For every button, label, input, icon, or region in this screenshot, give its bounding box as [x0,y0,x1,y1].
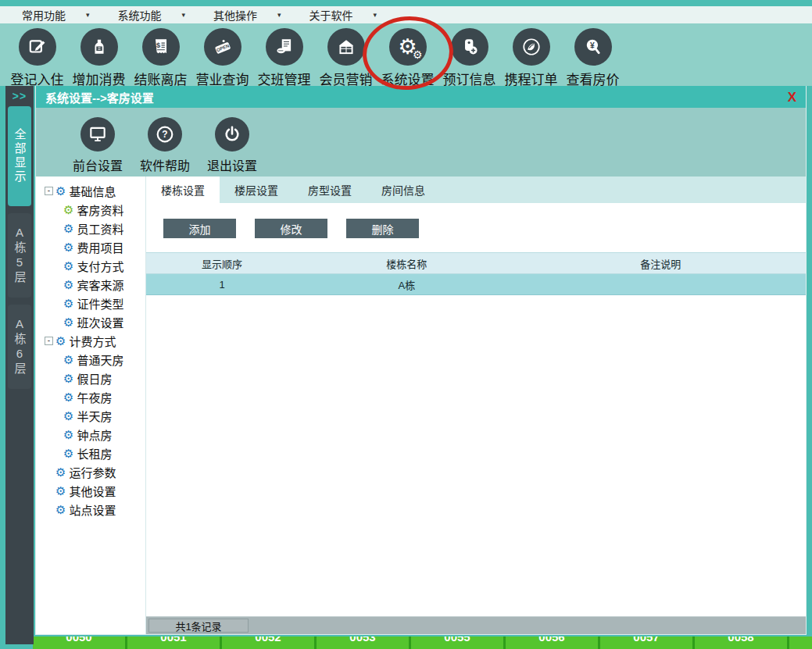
menu-bar: 常用功能▾系统功能▾其他操作▾关于软件▾ [0,6,812,23]
room-tile[interactable]: 0058 [695,637,789,649]
tree-item-label: 钟点房 [77,426,112,443]
tree-item-label: 客房资料 [77,201,123,218]
dialog-toolbar-button-软件帮助[interactable]: ?软件帮助 [131,108,199,174]
tree-collapse-icon[interactable]: - [45,337,53,345]
room-tile[interactable]: 0051 [127,637,222,649]
room-number: 0055 [411,637,503,644]
close-icon[interactable]: X [788,91,796,104]
gear-icon: ⚙ [63,260,73,272]
gear-icon: ⚙ [63,373,73,384]
toolbar-button-交班管理[interactable]: 交班管理 [253,23,315,88]
toolbar-button-携程订单[interactable]: 携程订单 [500,23,562,88]
tab-楼层设置[interactable]: 楼层设置 [220,177,293,203]
svg-text:$: $ [156,41,159,49]
tab-房间信息[interactable]: 房间信息 [367,177,440,203]
tree-item-其他设置[interactable]: ⚙其他设置 [45,481,145,500]
toolbar-button-登记入住[interactable]: 登记入住 [6,23,68,88]
room-tile[interactable]: 0050 [33,637,127,649]
room-tile[interactable]: 0056 [506,637,600,649]
room-grid-strip: 005000510052005300550056005700580 [0,637,812,649]
action-button-修改[interactable]: 修改 [255,219,327,238]
tree-item-站点设置[interactable]: ⚙站点设置 [45,500,145,519]
tree-item-label: 午夜房 [77,389,112,405]
tree-item-半天房[interactable]: ⚙半天房 [45,406,145,425]
sidebar-expand-button[interactable]: >> [5,86,34,106]
tree-item-班次设置[interactable]: ⚙班次设置 [45,312,145,331]
tree-item-普通天房[interactable]: ⚙普通天房 [45,350,145,369]
room-tile[interactable]: 0057 [600,637,695,649]
toolbar-button-结账离店[interactable]: $结账离店 [130,23,191,88]
dialog-toolbar: 前台设置?软件帮助退出设置 [36,108,806,177]
tree-item-客房资料[interactable]: ⚙客房资料 [45,200,145,219]
svg-text:¥: ¥ [590,41,595,50]
add-consume-icon [80,28,118,66]
tree-item-label: 普通天房 [77,351,123,368]
menu-关于软件[interactable]: 关于软件▾ [309,7,377,23]
tree-item-证件类型[interactable]: ⚙证件类型 [45,294,145,312]
chevron-down-icon: ▾ [277,11,281,19]
menu-label: 系统功能 [118,7,162,23]
dialog-toolbar-button-退出设置[interactable]: 退出设置 [199,108,266,174]
tree-item-午夜房[interactable]: ⚙午夜房 [45,387,145,406]
room-tile[interactable]: 0055 [411,637,506,649]
tree-item-label: 假日房 [77,370,112,387]
toolbar-button-会员营销[interactable]: 会员营销 [315,23,377,88]
tree-item-宾客来源[interactable]: ⚙宾客来源 [45,275,145,294]
floor-sidebar: >> 全部显示A栋5层A栋6层 [5,86,34,644]
chevron-down-icon: ▾ [86,11,90,19]
business-query-icon: OPEN [204,28,241,66]
tree-item-运行参数[interactable]: ⚙运行参数 [45,462,145,481]
ctrip-icon [513,28,550,66]
record-count: 共1条记录 [148,619,249,633]
sidebar-tab-A栋6层[interactable]: A栋6层 [8,305,31,389]
tree-item-label: 站点设置 [69,501,116,518]
toolbar-button-系统设置[interactable]: ⚙⚙系统设置 [377,23,438,88]
table-cell: 1 [146,274,298,294]
tree-item-基础信息[interactable]: -⚙基础信息 [45,181,145,200]
checkin-icon [19,28,56,66]
tree-collapse-icon[interactable]: - [45,187,53,195]
table-cell: A栋 [298,274,516,294]
tree-item-支付方式[interactable]: ⚙支付方式 [45,256,145,275]
sidebar-tab-A栋5层[interactable]: A栋5层 [8,213,31,298]
dialog-toolbar-button-前台设置[interactable]: 前台设置 [64,108,131,174]
tab-楼栋设置[interactable]: 楼栋设置 [146,177,220,203]
action-button-删除[interactable]: 删除 [346,219,419,238]
gear-icon: ⚙ [63,223,73,234]
sidebar-tab-全部显示[interactable]: 全部显示 [8,106,31,206]
menu-label: 常用功能 [22,7,66,23]
tree-item-员工资料[interactable]: ⚙员工资料 [45,219,145,237]
gear-icon: ⚙ [63,316,73,328]
toolbar-button-查看房价[interactable]: ¥查看房价 [562,23,624,88]
table-row[interactable]: 1A栋 [146,274,806,295]
tree-item-长租房[interactable]: ⚙长租房 [45,444,145,462]
gear-icon: ⚙ [63,354,73,366]
toolbar-button-label: 登记入住 [11,69,64,88]
action-button-添加[interactable]: 添加 [163,219,236,238]
tree-item-钟点房[interactable]: ⚙钟点房 [45,425,145,444]
status-bar: 共1条记录 [146,616,806,634]
tree-item-费用项目[interactable]: ⚙费用项目 [45,237,145,256]
dialog-body: -⚙基础信息⚙客房资料⚙员工资料⚙费用项目⚙支付方式⚙宾客来源⚙证件类型⚙班次设… [36,177,806,634]
gear-icon: ⚙ [55,485,66,497]
menu-常用功能[interactable]: 常用功能▾ [22,7,90,23]
tree-item-计费方式[interactable]: -⚙计费方式 [45,331,145,350]
toolbar-button-label: 查看房价 [567,69,620,88]
gear-icon: ⚙ [63,298,73,309]
tree-item-假日房[interactable]: ⚙假日房 [45,369,145,387]
toolbar-button-营业查询[interactable]: OPEN营业查询 [191,23,253,88]
gear-icon: ⚙ [63,279,73,291]
room-tile[interactable]: 0053 [317,637,411,649]
monitor-icon [80,117,115,152]
menu-系统功能[interactable]: 系统功能▾ [118,7,186,23]
gear-icon: ⚙ [63,429,73,440]
toolbar-button-增加消费[interactable]: 增加消费 [68,23,130,88]
menu-label: 其他操作 [213,7,257,23]
tree-item-label: 计费方式 [69,333,116,349]
room-tile[interactable]: 0 [789,637,812,649]
tab-房型设置[interactable]: 房型设置 [293,177,367,203]
column-header: 楼栋名称 [298,253,516,273]
room-tile[interactable]: 0052 [222,637,317,649]
toolbar-button-预订信息[interactable]: 预订信息 [438,23,500,88]
menu-其他操作[interactable]: 其他操作▾ [213,7,281,23]
